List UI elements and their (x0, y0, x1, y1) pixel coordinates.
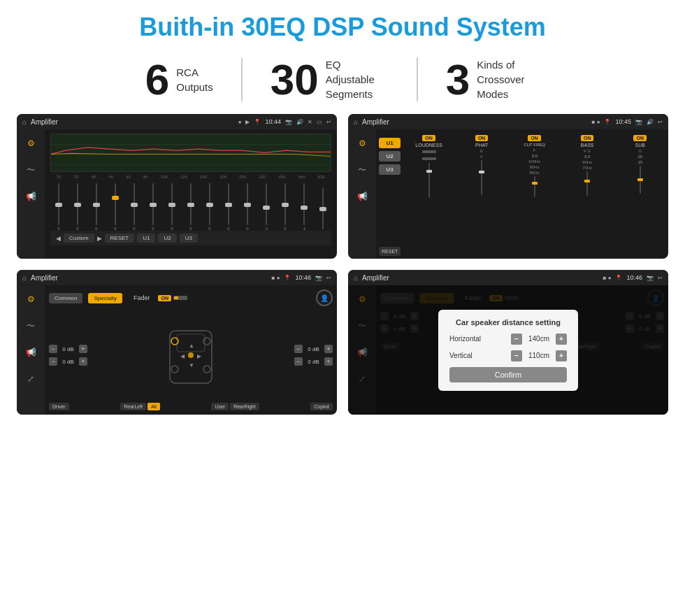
phat-on[interactable]: ON (475, 135, 489, 141)
eq-slider-8[interactable]: 0 (182, 183, 199, 231)
plus-fr[interactable]: + (324, 345, 333, 353)
freq-500: 500 (298, 175, 305, 179)
eq-slider-14[interactable]: -1 (296, 183, 312, 231)
sub-on[interactable]: ON (633, 135, 647, 141)
plus-fl[interactable]: + (79, 345, 87, 353)
bass-fader[interactable] (586, 171, 588, 196)
amp-sidebar: ⚙ 〜 📢 (348, 129, 376, 259)
horizontal-control: − 140cm + (511, 334, 567, 345)
u1-btn[interactable]: U1 (137, 234, 155, 243)
camera-icon-2: 📷 (635, 119, 642, 125)
speaker-icon-3[interactable]: 📢 (22, 344, 39, 361)
eq-slider-6[interactable]: 0 (145, 183, 161, 231)
all-label[interactable]: All (147, 403, 160, 410)
tab-specialty[interactable]: Specialty (88, 293, 122, 303)
u3-preset[interactable]: U3 (379, 164, 401, 175)
confirm-button[interactable]: Confirm (449, 367, 567, 382)
eq-icon-2[interactable]: ⚙ (354, 135, 370, 152)
home-icon-2[interactable]: ⌂ (354, 118, 358, 126)
eq-slider-5[interactable]: 0 (126, 183, 143, 231)
topbar-crossover-title: Amplifier (362, 118, 588, 126)
eq-slider-7[interactable]: 0 (164, 183, 180, 231)
home-icon-4[interactable]: ⌂ (354, 274, 358, 282)
camera-icon-4: 📷 (647, 275, 654, 281)
back-icon[interactable]: ↩ (326, 119, 331, 125)
vertical-plus[interactable]: + (556, 350, 567, 361)
user-label[interactable]: User (211, 403, 229, 410)
volume-icon-2: 🔊 (647, 119, 654, 125)
bass-label: BASS (581, 143, 594, 148)
db-val-rl: 0 dB (59, 359, 77, 365)
eq-slider-13[interactable]: 0 (277, 183, 294, 231)
eq-icon[interactable]: ⚙ (22, 135, 39, 152)
fader-on-badge[interactable]: ON (158, 295, 171, 301)
minus-fl[interactable]: − (49, 345, 57, 353)
wave-icon[interactable]: 〜 (22, 162, 39, 178)
eq-slider-12[interactable]: -1 (258, 183, 275, 231)
back-icon-2[interactable]: ↩ (658, 119, 663, 125)
u2-preset[interactable]: U2 (379, 151, 401, 162)
reset-btn[interactable]: RESET (105, 234, 135, 243)
eq-slider-2[interactable]: 0 (69, 183, 86, 231)
speaker-icon[interactable]: 📢 (22, 188, 39, 205)
cutfreq-fader[interactable] (534, 176, 535, 197)
freq-320: 320 (259, 175, 266, 179)
eq-slider-15[interactable] (315, 187, 331, 231)
rearleft-label[interactable]: RearLeft (120, 403, 146, 410)
sub-fader[interactable] (640, 166, 641, 194)
stat-rca-number: 6 (145, 58, 169, 101)
vertical-control: − 110cm + (511, 350, 567, 361)
tab-common[interactable]: Common (49, 293, 82, 303)
wave-icon-3[interactable]: 〜 (22, 317, 39, 334)
amp-main: U1 U2 U3 RESET ON LOUDNESS (376, 129, 668, 259)
fader-slider[interactable] (173, 296, 187, 300)
u3-btn[interactable]: U3 (180, 234, 198, 243)
home-icon-3[interactable]: ⌂ (22, 274, 27, 282)
minus-rr[interactable]: − (294, 357, 303, 366)
driver-label[interactable]: Driver (49, 403, 69, 410)
eq-slider-11[interactable]: 0 (239, 183, 256, 231)
phat-fader[interactable] (481, 160, 482, 195)
back-icon-3[interactable]: ↩ (326, 275, 331, 281)
cutfreq-on[interactable]: ON (528, 135, 541, 141)
minus-fr[interactable]: − (294, 345, 303, 353)
loudness-on[interactable]: ON (422, 135, 435, 141)
eq-icon-3[interactable]: ⚙ (22, 291, 39, 308)
bass-on[interactable]: ON (581, 135, 594, 141)
loudness-fader[interactable] (428, 163, 430, 198)
plus-rl[interactable]: + (79, 357, 87, 366)
eq-slider-3[interactable]: 0 (88, 183, 105, 231)
eq-slider-4[interactable]: 5 (107, 183, 124, 231)
svg-point-7 (171, 366, 178, 373)
minus-rl[interactable]: − (49, 357, 57, 366)
phat-channel: ON PHAT G F (456, 135, 507, 253)
freq-630: 630 (318, 175, 325, 179)
horizontal-minus[interactable]: − (511, 334, 522, 345)
plus-rr[interactable]: + (324, 357, 333, 366)
eq-main: 25 32 40 50 63 80 100 125 160 200 250 32… (45, 129, 337, 259)
profile-icon[interactable]: 👤 (316, 289, 333, 306)
reset-btn-2[interactable]: RESET (379, 247, 401, 256)
eq-slider-9[interactable]: 0 (201, 183, 218, 231)
db-control-fl: − 0 dB + (49, 345, 87, 353)
eq-slider-1[interactable]: 0 (50, 183, 67, 231)
back-icon-4[interactable]: ↩ (658, 275, 663, 281)
rearright-label[interactable]: RearRight (230, 403, 259, 410)
prev-btn[interactable]: ◀ (56, 235, 61, 242)
screen-crossover: ⌂ Amplifier ■ ● 📍 10:45 📷 🔊 ↩ ⚙ 〜 📢 U1 U… (348, 114, 668, 259)
wave-icon-2[interactable]: 〜 (354, 162, 370, 178)
fader-sidebar: ⚙ 〜 📢 ⤢ (17, 285, 45, 415)
custom-btn[interactable]: Custom (64, 234, 94, 243)
eq-slider-10[interactable]: 0 (220, 183, 237, 231)
u1-preset[interactable]: U1 (379, 138, 401, 148)
speaker-icon-2[interactable]: 📢 (354, 188, 370, 205)
home-icon[interactable]: ⌂ (22, 118, 27, 126)
next-btn[interactable]: ▶ (97, 235, 102, 242)
stat-crossover: 3 Kinds ofCrossover Modes (418, 57, 568, 101)
copilot-label[interactable]: Copilot (310, 403, 333, 410)
u2-btn[interactable]: U2 (158, 234, 176, 243)
vertical-minus[interactable]: − (511, 350, 522, 361)
horizontal-plus[interactable]: + (556, 334, 567, 345)
db-val-fr: 0 dB (305, 346, 322, 352)
expand-icon-3[interactable]: ⤢ (22, 371, 39, 387)
